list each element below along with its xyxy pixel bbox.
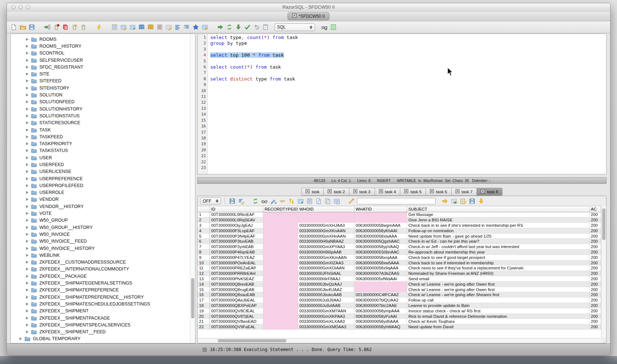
tree-item-userpreference[interactable]: USERPREFERENCE [11,175,195,182]
expand-triangle-icon[interactable] [26,38,29,41]
table-row[interactable]: 1500T3000000Q8rugEAB0033000000JbvRJAAZCh… [198,287,601,292]
expand-triangle-icon[interactable] [26,79,29,82]
cell-recordtypeid[interactable] [263,308,298,313]
cell-subject[interactable]: Invoice status check - check w/ RS first [407,308,589,313]
table-export-icon[interactable] [201,24,208,31]
format-left-icon[interactable] [174,24,181,31]
book-gold-icon[interactable] [147,24,154,31]
cell-ac[interactable]: 200 [589,303,601,308]
cell-subject[interactable]: Check w/ Kevin Tsujihara [407,319,589,324]
cell-whoid[interactable]: 0033000000JFhGlAAL [298,271,354,276]
tree-item-rooms[interactable]: ROOMS [11,36,195,43]
code-line[interactable] [210,147,606,153]
table-row[interactable]: 700T3000000P3yrbEAB0033000000GmXPYAA3006… [198,244,601,250]
cell-id[interactable]: 00T3000000Q8rexEAB [210,281,263,287]
close-tab-icon[interactable] [379,189,383,194]
table-row[interactable]: 1100T3000000PREZaEAP0033000000GmXOiAAN00… [198,265,601,271]
cell-num[interactable]: 1 [198,212,210,217]
cell-recordtypeid[interactable] [263,313,298,319]
duplicate-table-icon[interactable] [333,198,340,204]
format-indent-icon[interactable] [183,24,190,31]
tree-item-userfeed[interactable]: USERFEED [11,161,195,168]
cell-subject[interactable]: Re-approach about membership this year [407,250,589,255]
expand-triangle-icon[interactable] [26,94,29,96]
tree-item-w50-invoice-feed[interactable]: W50_INVOICE__FEED [11,238,195,245]
tree-item-global-temporary[interactable]: GLOBAL TEMPORARY [11,335,195,342]
column-header-id[interactable]: ID [210,206,263,212]
sort-updown-icon[interactable] [288,198,295,204]
expand-triangle-icon[interactable] [26,177,29,180]
cell-recordtypeid[interactable] [263,212,298,217]
code-line[interactable]: select distinct type from task [210,76,606,82]
expand-triangle-icon[interactable] [26,254,29,257]
expand-triangle-icon[interactable] [26,100,29,103]
cell-whoid[interactable]: 0033000000GmXPYAA3 [298,244,354,250]
expand-triangle-icon[interactable] [26,87,29,90]
cell-ac[interactable]: 200 [589,228,601,233]
tree-item-scontrol[interactable]: SCONTROL [11,50,195,57]
check-syntax-icon[interactable] [244,24,251,31]
code-line[interactable] [210,124,606,129]
code-line[interactable] [210,165,606,171]
expand-triangle-icon[interactable] [26,114,29,117]
tree-item-zkfedex-shipmategeneralsettings[interactable]: ZKFEDEX__SHIPMATEGENERALSETTINGS [11,280,195,286]
cell-ac[interactable]: 200 [589,319,601,324]
cell-whoid[interactable]: 0033000000JbvQzAAJ [298,281,354,287]
cell-whatid[interactable] [354,287,407,292]
result-tab-task-3[interactable]: task 3 [349,188,375,196]
cell-recordtypeid[interactable] [263,281,298,287]
expand-triangle-icon[interactable] [26,247,29,250]
code-line[interactable] [210,141,606,147]
tree-item-zkfedex-shipmatepreference[interactable]: ZKFEDEX__SHIPMATEPREFERENCE [11,287,195,294]
cell-num[interactable]: 14 [198,281,210,287]
tree-item-w50-group[interactable]: W50_GROUP [11,217,195,224]
notes-icon[interactable] [262,24,269,31]
cell-id[interactable]: 00T3000000PRR8rEAH [210,271,263,276]
code-line[interactable] [210,159,606,165]
cell-id[interactable]: 00T3000000OiyJgEAJ [210,223,263,228]
close-tab-icon[interactable] [456,189,459,194]
code-line[interactable] [210,58,606,64]
cell-whoid[interactable]: 0033000000GmXKmAAN [298,255,354,260]
cell-recordtypeid[interactable] [263,244,298,250]
code-line[interactable]: select type, count(*) from task [210,35,606,40]
expand-triangle-icon[interactable] [26,309,29,312]
tree-item-userlicense[interactable]: USERLICENSE [11,168,195,175]
code-line[interactable] [210,100,606,105]
code-line[interactable] [210,88,606,94]
tree-item-zkfedex-shipmatepreference-history[interactable]: ZKFEDEX__SHIPMATEPREFERENCE__HISTORY [11,294,195,300]
cell-whoid[interactable]: 0033000000GmXM7AAN [298,308,354,313]
cell-recordtypeid[interactable] [263,287,298,292]
tree-item-staticresource[interactable]: STATICRESOURCE [11,120,195,126]
edit-notes-icon[interactable] [459,198,466,204]
close-tab-icon[interactable] [404,189,408,194]
cell-recordtypeid[interactable] [263,228,298,233]
cell-ac[interactable]: 200 [589,250,601,255]
expand-triangle-icon[interactable] [26,268,29,270]
close-tab-icon[interactable] [430,189,434,194]
cell-whatid[interactable]: 006300000058yKhAAI [354,228,407,233]
table-row[interactable]: 1300T3000000PfvKSEAZ0033000000HirF8AAJ00… [198,276,601,282]
expand-triangle-icon[interactable] [26,219,29,222]
table-row[interactable]: 600T3000000P3tuvEAB0033000000H9aNBAAZ006… [198,239,601,244]
expand-triangle-icon[interactable] [26,52,29,55]
results-horizontal-scrollbar[interactable] [198,338,601,343]
statement-type-select[interactable]: SQL [275,23,315,31]
cell-ac[interactable]: 200 [589,308,601,313]
expand-triangle-icon[interactable] [26,303,29,306]
tree-item-sfdc-registrant[interactable]: SFDC_REGISTRANT [11,64,195,70]
cell-id[interactable]: 00T3000000Q8sauEAB [210,292,263,298]
cell-whoid[interactable]: 0033000000GmXHJAA3 [298,223,354,228]
cell-whatid[interactable] [354,217,407,223]
cell-id[interactable]: 00T3000000QBXPeEAP [210,303,263,308]
cell-whatid[interactable]: 006300000058xrqAAA [354,255,407,260]
find-next-icon[interactable] [441,198,448,204]
cell-recordtypeid[interactable] [263,239,298,244]
cell-whatid[interactable]: 00630000007blc2AAE [354,303,407,308]
cell-ac[interactable]: 200 [589,233,601,239]
cell-whoid[interactable]: 0033000000Ju9zlAAB [298,303,354,308]
cell-ac[interactable]: 200 [589,271,601,276]
expand-triangle-icon[interactable] [26,121,29,124]
cell-id[interactable]: 00T3000000P3N4pEAF [210,233,263,239]
expand-triangle-icon[interactable] [26,205,29,208]
